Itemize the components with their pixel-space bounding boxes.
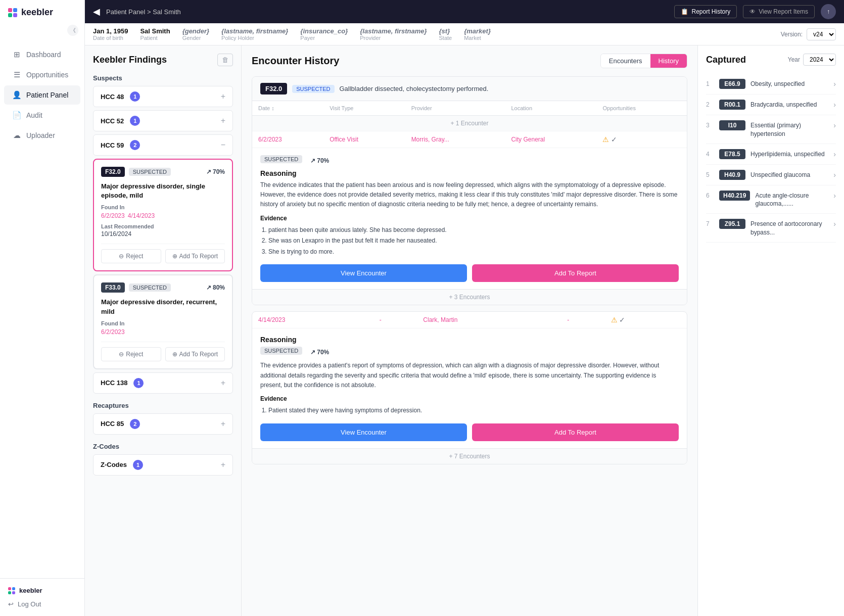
logout-button[interactable]: ↩ Log Out <box>8 600 76 608</box>
f320-suspected-badge: SUSPECTED <box>129 168 171 176</box>
captured-list: 1 E66.9 Obesity, unspecified › 2 R00.1 B… <box>706 74 836 243</box>
report-history-button[interactable]: 📋 Report History <box>674 5 737 18</box>
version-label: Version: <box>781 31 803 38</box>
f330-reject-icon: ⊖ <box>119 351 124 358</box>
hcc-row-48[interactable]: HCC 48 1 + <box>93 86 233 107</box>
f330-add-report-button[interactable]: ⊕ Add To Report <box>165 347 225 361</box>
view-encounter-2-label: View Encounter <box>341 429 387 436</box>
tab-history[interactable]: History <box>650 54 687 68</box>
captured-title: Captured <box>706 55 746 65</box>
encounter-row-2[interactable]: 4/14/2023 - Clark, Martin - ⚠ ✓ <box>252 312 687 328</box>
reasoning2-conf-value: 70% <box>317 349 329 356</box>
enc1-visit-type: Office Visit <box>323 131 405 148</box>
add-to-report-button-2[interactable]: Add To Report <box>472 423 679 441</box>
warning-icon: ⚠ <box>602 135 609 144</box>
hcc-48-badge: 1 <box>130 91 140 102</box>
f330-found-in-label: Found In <box>101 320 225 326</box>
f320-reject-label: Reject <box>126 253 143 260</box>
view-encounter-button-2[interactable]: View Encounter <box>260 423 467 441</box>
policy-holder-label: Policy Holder <box>221 35 288 41</box>
version-selector: Version: v24 v23 v22 <box>781 28 836 40</box>
add-to-report-button-1[interactable]: Add To Report <box>472 264 679 282</box>
sidebar-item-uploader[interactable]: ☁ Uploader <box>4 126 80 145</box>
captured-item-6[interactable]: 6 H40.219 Acute angle-closure glaucoma,.… <box>706 185 836 214</box>
captured-item-5[interactable]: 5 H40.9 Unspecified glaucoma › <box>706 165 836 185</box>
f320-confidence: ↗ 70% <box>206 168 225 175</box>
f330-add-report-label: Add To Report <box>179 351 218 358</box>
hcc-row-zcodes[interactable]: Z-Codes 1 + <box>93 454 233 476</box>
view-encounter-button-1[interactable]: View Encounter <box>260 264 467 282</box>
encounter-table-1: Date ↕ Visit Type Provider Location Oppo… <box>252 101 687 148</box>
captured-num-7: 7 <box>706 219 714 227</box>
captured-num-6: 6 <box>706 191 714 199</box>
captured-desc-7: Presence of aortocoronary bypass... <box>751 219 828 237</box>
f320-last-rec-label: Last Recommended <box>101 223 225 229</box>
hcc-85-expand-button[interactable]: + <box>221 419 225 429</box>
sidebar-collapse-button[interactable]: 《 <box>67 25 78 36</box>
f330-reject-button[interactable]: ⊖ Reject <box>101 347 161 361</box>
sidebar-item-patient-panel[interactable]: 👤 Patient Panel <box>4 85 80 105</box>
breadcrumb: Patient Panel > Sal Smith <box>106 8 668 16</box>
f320-reject-button[interactable]: ⊖ Reject <box>101 249 161 263</box>
hcc-138-expand-button[interactable]: + <box>221 378 225 388</box>
reject-icon: ⊖ <box>119 253 124 260</box>
evidence1-item3: She is trying to do more. <box>268 247 679 258</box>
version-dropdown[interactable]: v24 v23 v22 <box>807 28 836 40</box>
captured-item-4[interactable]: 4 E78.5 Hyperlipidemia, unspecified › <box>706 144 836 165</box>
year-dropdown[interactable]: 2024 2023 2022 <box>803 54 836 66</box>
policy-holder-value: {lastname, firstname} <box>221 27 288 35</box>
check-icon: ✓ <box>611 135 617 144</box>
findings-delete-button[interactable]: 🗑 <box>217 54 233 66</box>
back-button[interactable]: ◀ <box>93 6 100 17</box>
evidence2-item1: Patient stated they were having symptoms… <box>268 405 679 416</box>
enc1-opportunities: ⚠ ✓ <box>596 131 687 148</box>
encounter-card-2: 4/14/2023 - Clark, Martin - ⚠ ✓ Re <box>252 311 687 464</box>
chevron-right-icon-3: › <box>833 120 836 129</box>
captured-code-5: H40.9 <box>719 170 745 180</box>
hcc-card-f330-header: F33.0 SUSPECTED ↗ 80% <box>101 282 225 293</box>
captured-code-7: Z95.1 <box>719 219 745 229</box>
tab-encounters[interactable]: Encounters <box>601 54 650 68</box>
captured-code-4: E78.5 <box>719 149 745 159</box>
chevron-right-icon-2: › <box>833 100 836 109</box>
f320-last-rec-date: 10/16/2024 <box>101 230 225 238</box>
zcodes-expand-button[interactable]: + <box>221 460 225 469</box>
sidebar-item-audit[interactable]: 📄 Audit <box>4 106 80 125</box>
hcc-row-59[interactable]: HCC 59 2 − <box>93 134 233 156</box>
captured-item-7[interactable]: 7 Z95.1 Presence of aortocoronary bypass… <box>706 214 836 243</box>
f330-suspected-badge: SUSPECTED <box>129 283 171 292</box>
file-icon: 📄 <box>12 111 21 120</box>
hcc-59-collapse-button[interactable]: − <box>221 140 225 150</box>
captured-desc-3: Essential (primary) hypertension <box>751 120 828 138</box>
chevron-right-icon-4: › <box>833 149 836 158</box>
f320-code-badge: F32.0 <box>101 167 125 177</box>
sidebar-item-opportunities[interactable]: ☰ Opportunities <box>4 65 80 84</box>
sidebar-item-dashboard[interactable]: ⊞ Dashboard <box>4 45 80 64</box>
reasoning1-conf-value: 70% <box>317 157 329 164</box>
hcc-row-138[interactable]: HCC 138 1 + <box>93 372 233 394</box>
sidebar-logo: keebler <box>0 0 84 25</box>
encounter-row-1[interactable]: 6/2/2023 Office Visit Morris, Gray... Ci… <box>252 131 687 148</box>
captured-item-2[interactable]: 2 R00.1 Bradycardia, unspecified › <box>706 94 836 115</box>
hcc-row-52[interactable]: HCC 52 1 + <box>93 110 233 131</box>
f320-add-report-label: Add To Report <box>179 253 218 260</box>
captured-item-1[interactable]: 1 E66.9 Obesity, unspecified › <box>706 74 836 94</box>
avatar-button[interactable]: ↑ <box>821 4 836 19</box>
f320-add-report-button[interactable]: ⊕ Add To Report <box>165 249 225 263</box>
gender-label: Gender <box>182 35 209 41</box>
reasoning2-evidence-list: Patient stated they were having symptoms… <box>260 405 679 416</box>
sidebar-bottom-logo: keebler <box>8 587 76 594</box>
hcc-row-85[interactable]: HCC 85 2 + <box>93 413 233 435</box>
captured-num-5: 5 <box>706 170 714 178</box>
f320-date-2: 4/14/2023 <box>128 212 155 219</box>
hcc-48-label: HCC 48 <box>101 93 124 101</box>
reasoning1-conf-icon: ↗ <box>310 157 315 164</box>
view-report-button[interactable]: 👁 View Report Items <box>743 5 815 18</box>
encounter-count-2: + 3 Encounters <box>449 294 490 301</box>
hcc-52-expand-button[interactable]: + <box>221 116 225 125</box>
more-encounters-divider-1: + 3 Encounters <box>252 289 687 305</box>
encounter-table-2: 4/14/2023 - Clark, Martin - ⚠ ✓ <box>252 312 687 328</box>
captured-item-3[interactable]: 3 I10 Essential (primary) hypertension › <box>706 115 836 144</box>
hcc-48-expand-button[interactable]: + <box>221 92 225 101</box>
enc2-location: - <box>561 312 605 328</box>
